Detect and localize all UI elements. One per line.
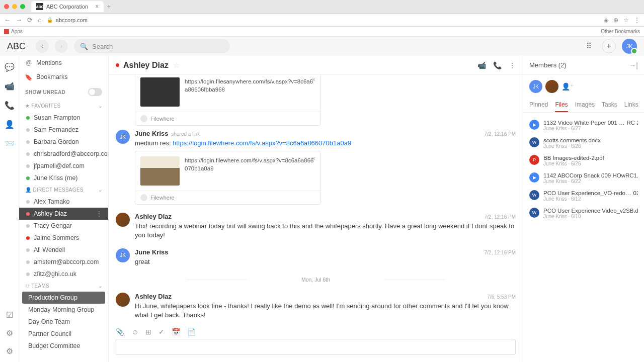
apps-grid-icon[interactable]: ⠿ xyxy=(582,39,596,53)
attach-icon[interactable]: 📎 xyxy=(116,328,124,336)
url-field[interactable]: 🔒 abccorp.com xyxy=(47,17,599,23)
file-item[interactable]: W PCO User Experience_VO-redo…020.docx J… xyxy=(523,187,644,205)
file-meta: June Kriss · 6/26 xyxy=(543,143,638,149)
sidebar-team-item[interactable]: Budget Committee xyxy=(19,340,108,352)
collapse-icon[interactable]: →| xyxy=(629,61,638,69)
gif-icon[interactable]: ⊞ xyxy=(145,328,151,336)
avatar[interactable] xyxy=(116,213,130,227)
user-avatar[interactable]: JK xyxy=(622,39,637,54)
message-input[interactable] xyxy=(116,339,516,355)
message: JK June Kriss 7/2, 12:16 PM great xyxy=(116,244,516,270)
home-button[interactable]: ⌂ xyxy=(38,16,42,24)
members-title: Members (2) xyxy=(529,61,567,69)
tasks-icon[interactable]: ☑ xyxy=(5,310,15,320)
star-icon[interactable]: ☆ xyxy=(623,17,629,24)
sidebar-dm-item[interactable]: Ali Wendell xyxy=(19,244,108,256)
other-bookmarks[interactable]: Other Bookmarks xyxy=(601,29,640,34)
mentions-item[interactable]: @ Mentions xyxy=(19,56,108,70)
chat-body[interactable]: https://login.filesanywhere.com/fs/v.asp… xyxy=(109,75,523,324)
teams-section[interactable]: ⚇ TEAMS ⌄ xyxy=(19,280,108,292)
more-icon[interactable]: ⋮ xyxy=(509,61,516,69)
tab-title: ABC Corporation xyxy=(46,4,88,10)
close-window[interactable] xyxy=(4,4,9,9)
avatar[interactable]: JK xyxy=(116,248,130,262)
sidebar-dm-item[interactable]: Ashley Diaz⋮ xyxy=(19,208,108,220)
file-item[interactable]: W scotts comments.docx June Kriss · 6/26 xyxy=(523,134,644,152)
favorite-star-icon[interactable]: ☆ xyxy=(174,61,180,69)
reload-button[interactable]: ⟳ xyxy=(27,16,33,24)
file-item[interactable]: P BB Images-edited-2.pdf June Kriss · 6/… xyxy=(523,152,644,169)
member-avatar[interactable]: JK xyxy=(529,80,542,93)
sidebar-team-item[interactable]: Day One Team xyxy=(19,316,108,328)
avatar[interactable] xyxy=(116,293,130,307)
sidebar-dm-item[interactable]: Tracy Gengar xyxy=(19,220,108,232)
sidebar-dm-item[interactable]: zfitz@ghi.co.uk xyxy=(19,268,108,280)
maximize-window[interactable] xyxy=(20,4,25,9)
video-icon[interactable]: 📹 xyxy=(5,81,15,91)
chat-icon[interactable]: 💬 xyxy=(5,62,15,72)
files-list: ▶ 1132 Video White Paper 001 …RC 2.mp4 J… xyxy=(523,113,644,226)
forward-button[interactable]: → xyxy=(16,16,22,24)
bookmarks-item[interactable]: 🔖 Bookmarks xyxy=(19,70,108,84)
favorites-section[interactable]: ★ FAVORITES ⌄ xyxy=(19,100,108,112)
apps-icon[interactable]: ⚙ xyxy=(5,328,15,338)
link-url[interactable]: https://login.filesanywhere.com/fs/v.asp… xyxy=(185,77,315,107)
close-icon[interactable]: × xyxy=(312,76,315,83)
settings-icon[interactable]: ⚙ xyxy=(5,346,15,356)
file-item[interactable]: ▶ 1142 ABCCorp Snack 009 HOwRC1.mp4 June… xyxy=(523,169,644,187)
menu-icon[interactable]: ⋮ xyxy=(634,17,640,24)
tab-pinned[interactable]: Pinned xyxy=(529,98,548,112)
file-name: BB Images-edited-2.pdf xyxy=(543,155,638,161)
tab-tasks[interactable]: Tasks xyxy=(602,98,617,112)
tab-files[interactable]: Files xyxy=(555,98,568,112)
add-member-icon[interactable]: 👤⁺ xyxy=(561,82,574,90)
dm-section[interactable]: 👤 DIRECT MESSAGES ⌄ xyxy=(19,184,108,196)
video-call-icon[interactable]: 📹 xyxy=(477,61,486,69)
close-icon[interactable]: × xyxy=(312,155,315,162)
contacts-icon[interactable]: 👤 xyxy=(5,119,15,129)
zoom-icon[interactable]: ⊕ xyxy=(613,17,618,24)
more-icon[interactable]: ⋮ xyxy=(96,210,102,217)
message-meta: shared a link xyxy=(171,131,200,137)
search-box[interactable]: 🔍 Search xyxy=(74,39,230,53)
back-button[interactable]: ← xyxy=(4,16,11,24)
new-button[interactable]: + xyxy=(602,39,616,53)
sidebar-favorite-item[interactable]: chrisbradford@abccorp.com xyxy=(19,148,108,160)
tab-links[interactable]: Links xyxy=(624,98,638,112)
sidebar-dm-item[interactable]: Alex Tamako xyxy=(19,196,108,208)
show-unread-toggle[interactable] xyxy=(88,88,102,96)
sidebar-team-item[interactable]: Production Group xyxy=(22,292,105,304)
tab-images[interactable]: Images xyxy=(575,98,595,112)
browser-tab[interactable]: ABC ABC Corporation × xyxy=(31,1,104,12)
sidebar-team-item[interactable]: Partner Council xyxy=(19,328,108,340)
new-tab-button[interactable]: + xyxy=(107,3,111,11)
apps-shortcut[interactable]: Apps xyxy=(4,29,23,34)
inbox-icon[interactable]: 📨 xyxy=(5,138,15,148)
close-tab-icon[interactable]: × xyxy=(95,3,99,10)
emoji-icon[interactable]: ☺ xyxy=(131,328,138,336)
nav-back[interactable]: ‹ xyxy=(36,40,49,53)
file-item[interactable]: W PCO User Experience Video_v2SB.docx Ju… xyxy=(523,205,644,222)
sidebar-favorite-item[interactable]: Susan Frampton xyxy=(19,112,108,124)
sidebar-dm-item[interactable]: Jaime Sommers xyxy=(19,232,108,244)
note-icon[interactable]: 📄 xyxy=(187,328,196,336)
phone-icon[interactable]: 📞 xyxy=(5,100,15,110)
sender-name: Ashley Diaz xyxy=(135,213,172,220)
calendar-icon[interactable]: 📅 xyxy=(172,328,180,336)
sidebar-favorite-item[interactable]: June Kriss (me) xyxy=(19,172,108,184)
sidebar-favorite-item[interactable]: Sam Fernandez xyxy=(19,124,108,136)
sidebar-team-item[interactable]: Monday Morning Group xyxy=(19,304,108,316)
audio-call-icon[interactable]: 📞 xyxy=(493,61,502,69)
extension-icon[interactable]: ◈ xyxy=(604,17,608,24)
sidebar-favorite-item[interactable]: jfparnell@def.com xyxy=(19,160,108,172)
member-avatar[interactable] xyxy=(545,80,558,93)
sidebar-dm-item[interactable]: amstern@abccorp.com xyxy=(19,256,108,268)
task-icon[interactable]: ✓ xyxy=(158,328,165,336)
minimize-window[interactable] xyxy=(12,4,17,9)
file-item[interactable]: ▶ 1132 Video White Paper 001 …RC 2.mp4 J… xyxy=(523,117,644,134)
avatar[interactable]: JK xyxy=(116,130,130,144)
nav-forward[interactable]: › xyxy=(55,40,68,53)
message-link[interactable]: https://login.filewhere.com/fs/v.aspx?v=… xyxy=(173,139,351,147)
sidebar-favorite-item[interactable]: Barbara Gordon xyxy=(19,136,108,148)
link-url[interactable]: https://login.filewhere.com/fs/v.aspx?v=… xyxy=(185,156,315,186)
